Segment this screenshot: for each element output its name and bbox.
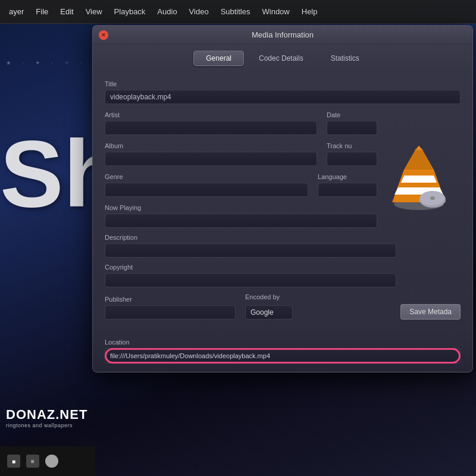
album-group: Album: [105, 142, 317, 166]
publisher-encoded-row: Publisher Encoded by Google Save Metada: [105, 293, 461, 320]
now-playing-group: Now Playing: [105, 204, 377, 228]
menu-items: ayer File Edit View Playback Audio Video…: [0, 5, 324, 18]
tab-codec-details[interactable]: Codec Details: [246, 51, 316, 66]
svg-point-10: [430, 196, 435, 200]
media-information-dialog: ✕ Media Information General Codec Detail…: [92, 25, 473, 372]
player-controls: ■ ≡: [0, 446, 95, 476]
artist-group: Artist: [105, 111, 317, 135]
close-button[interactable]: ✕: [99, 30, 108, 40]
artist-input[interactable]: [105, 121, 317, 135]
copyright-input[interactable]: [105, 273, 396, 287]
date-label: Date: [327, 111, 377, 118]
site-name: DONAZ.NET: [6, 407, 87, 422]
tab-bar: General Codec Details Statistics: [93, 45, 472, 71]
description-input[interactable]: [105, 243, 396, 258]
now-playing-input[interactable]: [105, 214, 377, 228]
album-label: Album: [105, 142, 317, 149]
track-label: Track nu: [327, 142, 377, 149]
svg-marker-2: [401, 176, 437, 183]
album-input[interactable]: [105, 152, 317, 166]
language-label: Language: [318, 173, 377, 180]
menu-edit[interactable]: Edit: [54, 5, 79, 18]
vlc-logo-area: [377, 123, 461, 234]
dialog-titlebar: ✕ Media Information: [93, 26, 472, 45]
encoded-by-value: Google: [245, 305, 293, 320]
title-input[interactable]: [105, 90, 461, 104]
menu-window[interactable]: Window: [256, 5, 296, 18]
copyright-group: Copyright: [105, 264, 461, 287]
menu-player[interactable]: ayer: [3, 5, 30, 18]
date-group: Date: [327, 111, 377, 135]
menu-file[interactable]: File: [30, 5, 54, 18]
publisher-label: Publisher: [105, 296, 236, 303]
content-with-logo: Artist Date Album Track nu: [105, 111, 461, 234]
publisher-group: Publisher: [105, 296, 236, 320]
menu-audio[interactable]: Audio: [151, 5, 183, 18]
artist-date-row: Artist Date: [105, 111, 377, 135]
dialog-title: Media Information: [252, 30, 314, 39]
artist-label: Artist: [105, 111, 317, 118]
menu-view[interactable]: View: [80, 5, 108, 18]
location-input[interactable]: [105, 348, 461, 364]
menu-bar: ayer File Edit View Playback Audio Video…: [0, 0, 476, 24]
donaz-branding: DONAZ.NET ringtones and wallpapers: [6, 407, 87, 428]
location-input-wrap: [105, 348, 461, 364]
dialog-content: Title Artist Date: [93, 71, 472, 333]
location-label: Location: [105, 339, 461, 346]
publisher-input[interactable]: [105, 305, 236, 320]
svg-marker-6: [404, 149, 434, 170]
encoded-by-label: Encoded by: [245, 293, 293, 300]
now-playing-label: Now Playing: [105, 204, 377, 211]
menu-subtitles[interactable]: Subtitles: [215, 5, 256, 18]
encoded-by-group: Encoded by Google: [245, 293, 293, 320]
playlist-button[interactable]: ≡: [26, 455, 39, 468]
save-metadata-button[interactable]: Save Metada: [400, 304, 461, 320]
genre-label: Genre: [105, 173, 308, 180]
genre-group: Genre: [105, 173, 308, 197]
genre-language-row: Genre Language: [105, 173, 377, 197]
copyright-label: Copyright: [105, 264, 461, 271]
menu-help[interactable]: Help: [296, 5, 324, 18]
volume-knob[interactable]: [45, 455, 58, 468]
vlc-logo-icon: [386, 146, 452, 211]
menu-video[interactable]: Video: [183, 5, 215, 18]
tab-general[interactable]: General: [193, 51, 244, 66]
menu-playback[interactable]: Playback: [108, 5, 152, 18]
form-fields: Artist Date Album Track nu: [105, 111, 377, 234]
location-bar: Location: [93, 333, 472, 372]
save-btn-container: Save Metada: [400, 304, 461, 320]
album-track-row: Album Track nu: [105, 142, 377, 166]
date-input[interactable]: [327, 121, 377, 135]
genre-input[interactable]: [105, 183, 308, 197]
tab-statistics[interactable]: Statistics: [318, 51, 372, 66]
site-sub: ringtones and wallpapers: [6, 422, 87, 428]
title-group: Title: [105, 80, 461, 104]
description-label: Description: [105, 234, 461, 241]
track-group: Track nu: [327, 142, 377, 166]
language-input[interactable]: [318, 183, 377, 197]
title-label: Title: [105, 80, 461, 87]
track-input[interactable]: [327, 152, 377, 166]
description-group: Description: [105, 234, 461, 258]
stop-button[interactable]: ■: [7, 455, 20, 468]
language-group: Language: [318, 173, 377, 197]
